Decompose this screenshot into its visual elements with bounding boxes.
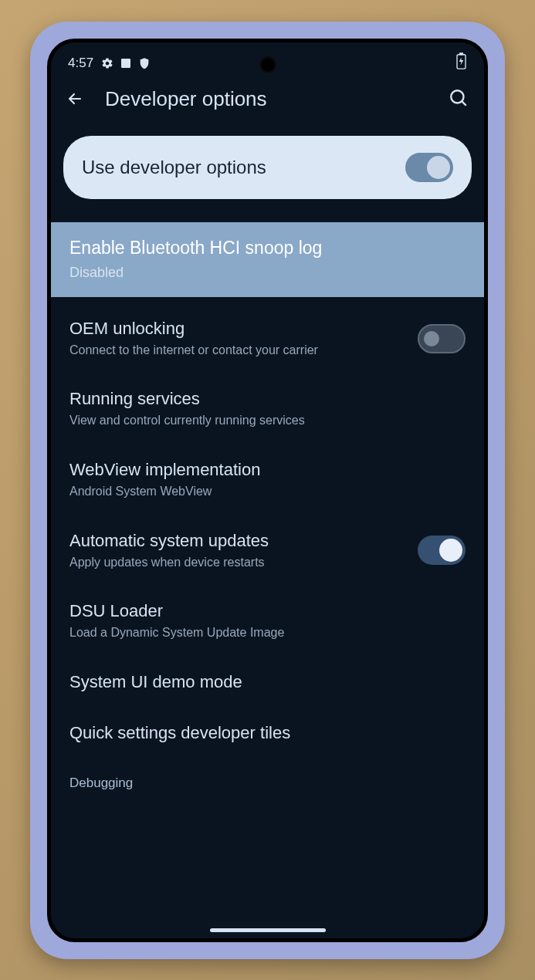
setting-text: Automatic system updates Apply updates w…	[69, 531, 405, 571]
setting-title: Running services	[69, 389, 466, 409]
battery-icon	[455, 52, 467, 69]
auto-updates-toggle[interactable]	[418, 536, 466, 565]
setting-system-ui-demo-mode[interactable]: System UI demo mode	[51, 657, 484, 708]
setting-title: Automatic system updates	[69, 531, 405, 551]
master-toggle-label: Use developer options	[82, 157, 266, 178]
arrow-left-icon	[66, 90, 84, 108]
setting-subtitle: Connect to the internet or contact your …	[69, 342, 405, 359]
navigation-bar-handle[interactable]	[210, 928, 326, 932]
setting-subtitle: Apply updates when device restarts	[69, 554, 405, 571]
toggle-thumb	[427, 156, 450, 179]
settings-list: OEM unlocking Connect to the internet or…	[51, 303, 484, 796]
setting-running-services[interactable]: Running services View and control curren…	[51, 373, 484, 444]
setting-text: System UI demo mode	[69, 672, 466, 692]
setting-subtitle: View and control currently running servi…	[69, 412, 466, 429]
setting-text: DSU Loader Load a Dynamic System Update …	[69, 601, 466, 641]
status-icons	[101, 57, 151, 69]
setting-bluetooth-hci-snoop[interactable]: Enable Bluetooth HCI snoop log Disabled	[51, 222, 484, 297]
setting-oem-unlocking[interactable]: OEM unlocking Connect to the internet or…	[51, 303, 484, 374]
setting-text: Quick settings developer tiles	[69, 723, 466, 743]
setting-subtitle: Load a Dynamic System Update Image	[69, 624, 466, 641]
setting-subtitle: Disabled	[69, 263, 466, 282]
toggle-thumb	[439, 539, 462, 562]
setting-title: Enable Bluetooth HCI snoop log	[69, 238, 466, 259]
shield-icon	[138, 57, 151, 69]
toggle-thumb	[424, 331, 439, 346]
setting-text: OEM unlocking Connect to the internet or…	[69, 319, 405, 359]
setting-quick-settings-developer-tiles[interactable]: Quick settings developer tiles	[51, 708, 484, 759]
setting-webview-implementation[interactable]: WebView implementation Android System We…	[51, 444, 484, 515]
search-button[interactable]	[449, 88, 470, 110]
phone-case: 4:57 Developer options Use dev	[30, 22, 505, 959]
master-toggle-container: Use developer options	[51, 125, 484, 222]
setting-automatic-system-updates[interactable]: Automatic system updates Apply updates w…	[51, 515, 484, 586]
section-header-debugging: Debugging	[51, 759, 484, 796]
setting-subtitle: Android System WebView	[69, 483, 466, 500]
gear-icon	[101, 57, 113, 69]
setting-text: WebView implementation Android System We…	[69, 460, 466, 500]
oem-unlocking-toggle[interactable]	[418, 324, 466, 353]
phone-screen: 4:57 Developer options Use dev	[47, 39, 488, 942]
page-title: Developer options	[105, 87, 428, 111]
back-button[interactable]	[65, 89, 85, 109]
setting-title: OEM unlocking	[69, 319, 405, 339]
svg-rect-2	[460, 53, 463, 55]
setting-title: WebView implementation	[69, 460, 466, 480]
setting-title: Quick settings developer tiles	[69, 723, 466, 743]
master-toggle-switch[interactable]	[405, 153, 453, 182]
app-header: Developer options	[51, 76, 484, 125]
master-toggle-card[interactable]: Use developer options	[63, 136, 472, 199]
setting-title: DSU Loader	[69, 601, 466, 621]
status-bar-left: 4:57	[68, 56, 151, 71]
svg-point-3	[451, 90, 463, 103]
status-bar-right	[455, 52, 467, 73]
status-time: 4:57	[68, 56, 93, 71]
app-icon	[120, 57, 132, 69]
camera-hole	[259, 56, 276, 73]
setting-title: System UI demo mode	[69, 672, 466, 692]
setting-text: Running services View and control curren…	[69, 389, 466, 429]
search-icon	[449, 88, 469, 108]
setting-dsu-loader[interactable]: DSU Loader Load a Dynamic System Update …	[51, 586, 484, 657]
svg-rect-0	[121, 59, 130, 68]
